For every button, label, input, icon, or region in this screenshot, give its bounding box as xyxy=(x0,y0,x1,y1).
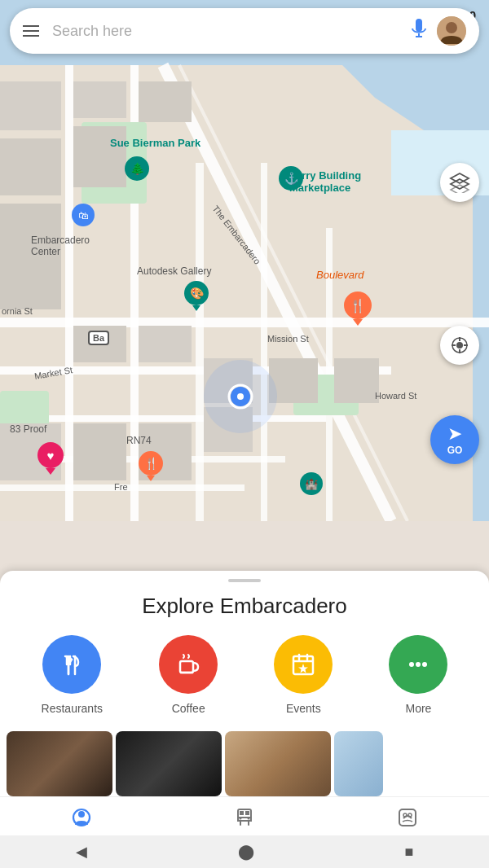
autodesk-pin[interactable]: 🎨 xyxy=(184,281,209,311)
heart-pin[interactable]: ♥ xyxy=(37,442,64,475)
map[interactable]: Sue Bierman Park Ferry BuildingMarketpla… xyxy=(0,0,489,521)
for-you-nav-icon xyxy=(397,807,418,833)
svg-rect-21 xyxy=(73,126,126,187)
svg-point-72 xyxy=(422,662,427,667)
svg-rect-19 xyxy=(0,204,61,309)
thumbnail-4[interactable] xyxy=(334,731,383,796)
drag-handle-bar xyxy=(228,579,261,582)
menu-button[interactable] xyxy=(23,25,39,37)
svg-point-82 xyxy=(248,818,250,820)
svg-rect-20 xyxy=(73,81,126,118)
user-avatar[interactable] xyxy=(437,16,466,46)
category-events[interactable]: Events xyxy=(274,635,333,715)
thumbnail-row xyxy=(0,731,489,796)
events-icon-circle xyxy=(274,635,333,694)
svg-rect-6 xyxy=(0,484,244,491)
mic-button[interactable] xyxy=(411,19,427,44)
go-label: GO xyxy=(447,445,463,456)
category-coffee[interactable]: Coffee xyxy=(159,635,218,715)
restaurant-pin-1[interactable]: 🍴 xyxy=(344,292,372,326)
category-more[interactable]: More xyxy=(389,635,447,715)
svg-point-85 xyxy=(408,813,412,817)
layers-button[interactable] xyxy=(440,163,479,202)
explore-title: Explore Embarcadero xyxy=(0,587,489,635)
back-button[interactable]: ◀ xyxy=(76,843,87,861)
search-input[interactable]: Search here xyxy=(52,23,401,40)
svg-marker-69 xyxy=(298,664,308,673)
svg-point-84 xyxy=(403,813,407,817)
coffee-label: Coffee xyxy=(172,702,205,715)
events-label: Events xyxy=(286,702,321,715)
svg-rect-23 xyxy=(139,326,192,362)
svg-rect-27 xyxy=(334,358,379,403)
coffee-cup-icon xyxy=(174,650,203,679)
thumbnail-1[interactable] xyxy=(7,731,112,796)
coffee-icon-circle xyxy=(159,635,218,694)
svg-rect-7 xyxy=(65,65,73,521)
rn74-pin[interactable]: 🍴 xyxy=(139,451,163,481)
svg-rect-76 xyxy=(240,811,244,815)
more-icon-circle xyxy=(389,635,447,694)
location-button[interactable] xyxy=(440,326,479,365)
svg-rect-17 xyxy=(0,81,61,130)
embarcadero-badge[interactable]: Ba xyxy=(88,331,109,345)
svg-rect-18 xyxy=(0,138,61,195)
search-bar[interactable]: Search here xyxy=(10,8,479,54)
home-button[interactable]: ⬤ xyxy=(238,843,254,861)
restaurants-label: Restaurants xyxy=(42,702,103,715)
svg-point-70 xyxy=(409,662,414,667)
svg-rect-9 xyxy=(196,163,204,521)
more-dots-icon xyxy=(403,650,433,679)
category-restaurants[interactable]: Restaurants xyxy=(42,635,103,715)
commute-nav-icon xyxy=(234,807,255,833)
drag-handle[interactable] xyxy=(0,571,489,587)
events-star-icon xyxy=(289,650,318,679)
svg-point-36 xyxy=(237,393,244,400)
svg-rect-77 xyxy=(245,811,249,815)
fork-knife-icon xyxy=(57,650,86,679)
park-pin[interactable]: 🌲 xyxy=(125,156,149,181)
castle-pin[interactable]: 🏰 xyxy=(300,472,323,495)
bottom-sheet: Explore Embarcadero Restaurants xyxy=(0,571,489,796)
svg-rect-45 xyxy=(416,19,422,32)
shopping-pin[interactable]: 🛍 xyxy=(72,204,95,226)
svg-point-81 xyxy=(240,818,242,820)
svg-point-74 xyxy=(78,811,85,818)
go-arrow-icon: ➤ xyxy=(447,423,462,445)
categories-row: Restaurants Coffee xyxy=(0,635,489,731)
svg-rect-29 xyxy=(73,423,126,480)
svg-rect-63 xyxy=(180,661,193,673)
recents-button[interactable]: ■ xyxy=(405,844,414,861)
thumbnail-3[interactable] xyxy=(225,731,331,796)
svg-point-53 xyxy=(456,342,463,349)
svg-rect-24 xyxy=(139,81,192,122)
restaurants-icon-circle xyxy=(42,635,101,694)
thumbnail-2[interactable] xyxy=(116,731,222,796)
ferry-pin[interactable]: ⚓ xyxy=(279,166,303,191)
go-button[interactable]: ➤ GO xyxy=(430,415,479,464)
svg-point-71 xyxy=(416,662,421,667)
svg-point-49 xyxy=(446,22,457,33)
svg-rect-10 xyxy=(261,163,267,521)
explore-nav-icon xyxy=(71,807,92,833)
svg-rect-83 xyxy=(399,809,416,826)
more-label: More xyxy=(405,702,431,715)
system-nav: ◀ ⬤ ■ xyxy=(0,835,489,868)
